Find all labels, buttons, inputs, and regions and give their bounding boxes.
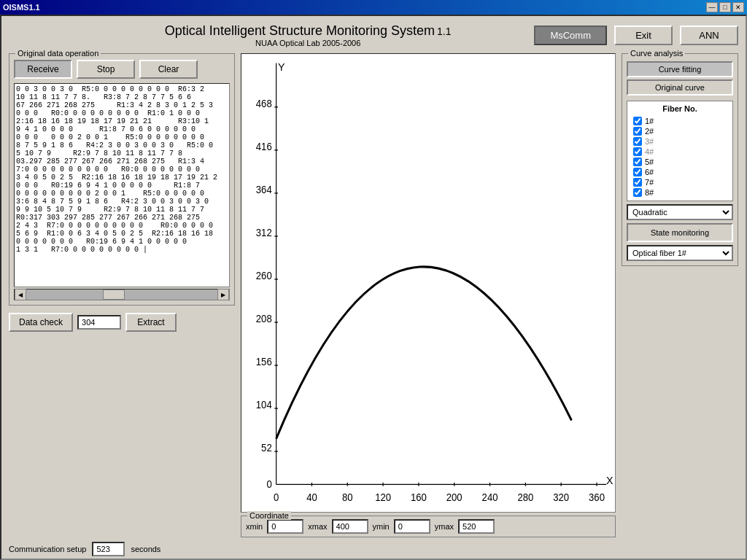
ann-button[interactable]: ANN bbox=[680, 26, 738, 45]
fiber-row-8: 8# bbox=[630, 187, 729, 198]
fiber-label-3: 3# bbox=[645, 137, 654, 146]
fiber-title: Fiber No. bbox=[630, 104, 729, 113]
xmax-input[interactable] bbox=[332, 519, 368, 534]
fiber-label-2: 2# bbox=[645, 127, 654, 136]
scroll-left-arrow[interactable]: ◀ bbox=[15, 289, 26, 300]
stop-button[interactable]: Stop bbox=[77, 60, 135, 79]
fiber-checkbox-4[interactable] bbox=[633, 147, 642, 156]
svg-text:0: 0 bbox=[266, 479, 271, 490]
fiber-row-6: 6# bbox=[630, 167, 729, 177]
window-title: OISMS1.1 bbox=[3, 3, 40, 12]
status-bar: Communication setup seconds bbox=[9, 542, 738, 556]
header-buttons: MsComm Exit ANN bbox=[534, 26, 738, 45]
xmax-label: xmax bbox=[308, 522, 327, 531]
svg-text:280: 280 bbox=[517, 492, 533, 503]
svg-text:468: 468 bbox=[256, 98, 272, 109]
clear-button[interactable]: Clear bbox=[139, 60, 198, 79]
quadratic-dropdown[interactable]: Quadratic Linear Cubic bbox=[627, 204, 733, 220]
svg-text:312: 312 bbox=[256, 228, 272, 238]
state-monitoring-button[interactable]: State monitoring bbox=[627, 223, 733, 242]
fiber-label-7: 7# bbox=[645, 178, 654, 187]
ymin-input[interactable] bbox=[394, 519, 430, 534]
title-bar: OISMS1.1 — □ ✕ bbox=[0, 0, 747, 15]
svg-text:Y: Y bbox=[278, 61, 285, 72]
fiber-label-1: 1# bbox=[645, 117, 654, 125]
fiber-box: Fiber No. 1# 2# 3# 4# bbox=[627, 101, 733, 201]
svg-text:X: X bbox=[606, 475, 614, 486]
bottom-controls: Data check Extract bbox=[9, 313, 235, 332]
svg-text:360: 360 bbox=[589, 492, 605, 503]
fiber-checkbox-5[interactable] bbox=[633, 158, 642, 166]
communication-label: Communication setup bbox=[9, 545, 86, 553]
scroll-thumb[interactable] bbox=[103, 289, 125, 300]
extract-button[interactable]: Extract bbox=[125, 313, 177, 332]
app-title: Optical Intelligent Structure Monitoring… bbox=[165, 23, 452, 39]
chart-container: 468 416 364 312 260 208 156 104 52 0 0 4… bbox=[241, 53, 616, 513]
fiber-checkbox-7[interactable] bbox=[633, 178, 642, 187]
receive-button[interactable]: Receive bbox=[14, 60, 72, 79]
svg-text:160: 160 bbox=[411, 492, 427, 503]
fiber-row-1: 1# bbox=[630, 116, 729, 126]
fiber-checkbox-2[interactable] bbox=[633, 127, 642, 136]
data-check-button[interactable]: Data check bbox=[9, 313, 73, 332]
curve-fitting-button[interactable]: Curve fitting bbox=[627, 61, 733, 77]
svg-text:416: 416 bbox=[256, 141, 272, 152]
group-box-title: Original data operation bbox=[15, 49, 101, 58]
xmin-label: xmin bbox=[246, 522, 263, 531]
svg-text:120: 120 bbox=[375, 492, 391, 503]
window-controls: — □ ✕ bbox=[706, 2, 744, 12]
left-panel: Original data operation Receive Stop Cle… bbox=[9, 53, 235, 537]
ymin-label: ymin bbox=[373, 522, 390, 531]
minimize-button[interactable]: — bbox=[706, 2, 718, 12]
svg-text:364: 364 bbox=[256, 184, 272, 195]
seconds-input[interactable] bbox=[92, 542, 125, 556]
svg-text:240: 240 bbox=[482, 492, 498, 503]
original-curve-button[interactable]: Original curve bbox=[627, 79, 733, 96]
fiber-label-8: 8# bbox=[645, 188, 654, 197]
coordinate-bar: Coordinate xmin xmax ymin ymax bbox=[241, 516, 616, 537]
curve-analysis-title: Curve analysis bbox=[628, 49, 685, 58]
exit-button[interactable]: Exit bbox=[614, 26, 673, 45]
horizontal-scrollbar[interactable]: ◀ ▶ bbox=[14, 289, 230, 300]
svg-text:156: 156 bbox=[256, 357, 272, 368]
mscomm-button[interactable]: MsComm bbox=[534, 26, 607, 45]
seconds-unit: seconds bbox=[131, 545, 160, 553]
fiber-row-3: 3# bbox=[630, 136, 729, 147]
fiber-label-4: 4# bbox=[645, 147, 654, 156]
svg-text:208: 208 bbox=[256, 314, 272, 324]
close-button[interactable]: ✕ bbox=[732, 2, 744, 12]
ymax-label: ymax bbox=[435, 522, 454, 531]
right-panel: Curve analysis Curve fitting Original cu… bbox=[622, 53, 738, 537]
svg-text:0: 0 bbox=[274, 492, 279, 503]
scroll-right-arrow[interactable]: ▶ bbox=[217, 289, 229, 300]
fiber-checkbox-1[interactable] bbox=[633, 117, 642, 125]
original-data-group: Original data operation Receive Stop Cle… bbox=[9, 53, 235, 306]
xmin-input[interactable] bbox=[267, 519, 303, 534]
content-area: Original data operation Receive Stop Cle… bbox=[9, 53, 738, 537]
fiber-checkbox-8[interactable] bbox=[633, 188, 642, 197]
title-text: Optical Intelligent Structure Monitoring… bbox=[165, 23, 435, 38]
version-text: 1.1 bbox=[437, 26, 451, 37]
fiber-row-2: 2# bbox=[630, 126, 729, 136]
data-check-value[interactable] bbox=[77, 315, 121, 330]
svg-text:200: 200 bbox=[446, 492, 462, 503]
fiber-row-4: 4# bbox=[630, 147, 729, 157]
svg-text:320: 320 bbox=[553, 492, 569, 503]
fiber-row-7: 7# bbox=[630, 177, 729, 187]
coordinate-title: Coordinate bbox=[247, 511, 291, 520]
fiber-checkbox-3[interactable] bbox=[633, 137, 642, 146]
fiber-row-5: 5# bbox=[630, 157, 729, 167]
svg-text:40: 40 bbox=[306, 492, 317, 503]
svg-text:260: 260 bbox=[256, 271, 272, 281]
fiber-label-5: 5# bbox=[645, 158, 654, 166]
fiber-select-dropdown[interactable]: Optical fiber 1# Optical fiber 2# bbox=[627, 245, 733, 261]
maximize-button[interactable]: □ bbox=[719, 2, 731, 12]
svg-text:80: 80 bbox=[342, 492, 353, 503]
curve-analysis-box: Curve analysis Curve fitting Original cu… bbox=[622, 53, 738, 266]
header: Optical Intelligent Structure Monitoring… bbox=[9, 23, 738, 47]
ymax-input[interactable] bbox=[458, 519, 495, 534]
scroll-track[interactable] bbox=[26, 289, 217, 300]
fiber-checkbox-6[interactable] bbox=[633, 168, 642, 176]
chart-svg: 468 416 364 312 260 208 156 104 52 0 0 4… bbox=[241, 54, 615, 512]
operation-buttons: Receive Stop Clear bbox=[14, 60, 230, 79]
